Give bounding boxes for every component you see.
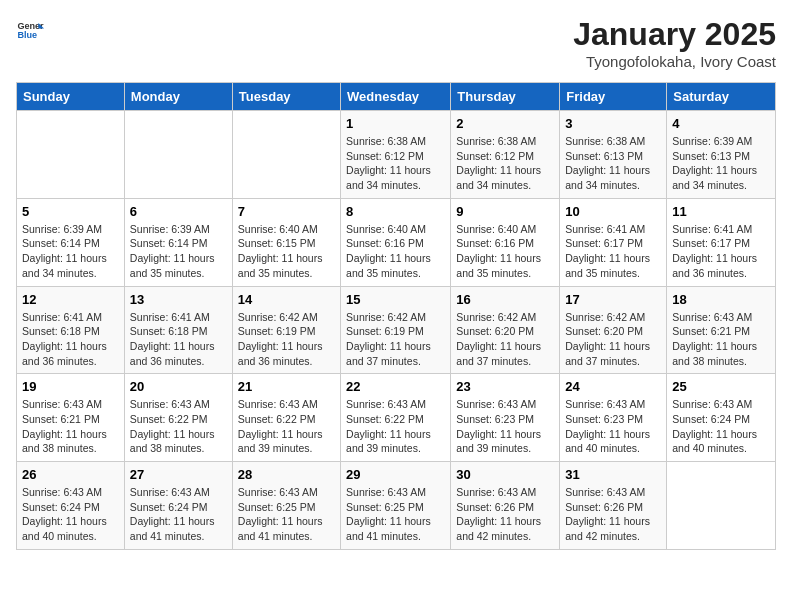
day-number: 3 xyxy=(565,116,661,131)
calendar-cell: 9Sunrise: 6:40 AM Sunset: 6:16 PM Daylig… xyxy=(451,198,560,286)
day-number: 27 xyxy=(130,467,227,482)
calendar-cell: 22Sunrise: 6:43 AM Sunset: 6:22 PM Dayli… xyxy=(341,374,451,462)
calendar-cell: 10Sunrise: 6:41 AM Sunset: 6:17 PM Dayli… xyxy=(560,198,667,286)
calendar-table: SundayMondayTuesdayWednesdayThursdayFrid… xyxy=(16,82,776,550)
day-number: 29 xyxy=(346,467,445,482)
main-title: January 2025 xyxy=(573,16,776,53)
day-number: 21 xyxy=(238,379,335,394)
day-number: 16 xyxy=(456,292,554,307)
calendar-cell: 19Sunrise: 6:43 AM Sunset: 6:21 PM Dayli… xyxy=(17,374,125,462)
calendar-cell xyxy=(667,462,776,550)
day-number: 1 xyxy=(346,116,445,131)
day-number: 2 xyxy=(456,116,554,131)
day-number: 5 xyxy=(22,204,119,219)
day-number: 25 xyxy=(672,379,770,394)
calendar-cell: 11Sunrise: 6:41 AM Sunset: 6:17 PM Dayli… xyxy=(667,198,776,286)
calendar-cell: 2Sunrise: 6:38 AM Sunset: 6:12 PM Daylig… xyxy=(451,111,560,199)
day-number: 31 xyxy=(565,467,661,482)
day-info: Sunrise: 6:43 AM Sunset: 6:22 PM Dayligh… xyxy=(346,397,445,456)
day-info: Sunrise: 6:40 AM Sunset: 6:16 PM Dayligh… xyxy=(346,222,445,281)
calendar-cell xyxy=(17,111,125,199)
day-number: 4 xyxy=(672,116,770,131)
day-number: 22 xyxy=(346,379,445,394)
calendar-row-0: 1Sunrise: 6:38 AM Sunset: 6:12 PM Daylig… xyxy=(17,111,776,199)
day-number: 20 xyxy=(130,379,227,394)
day-info: Sunrise: 6:43 AM Sunset: 6:25 PM Dayligh… xyxy=(346,485,445,544)
day-info: Sunrise: 6:42 AM Sunset: 6:19 PM Dayligh… xyxy=(346,310,445,369)
calendar-cell: 25Sunrise: 6:43 AM Sunset: 6:24 PM Dayli… xyxy=(667,374,776,462)
day-info: Sunrise: 6:43 AM Sunset: 6:23 PM Dayligh… xyxy=(565,397,661,456)
calendar-cell: 4Sunrise: 6:39 AM Sunset: 6:13 PM Daylig… xyxy=(667,111,776,199)
day-info: Sunrise: 6:42 AM Sunset: 6:20 PM Dayligh… xyxy=(456,310,554,369)
col-header-saturday: Saturday xyxy=(667,83,776,111)
calendar-row-2: 12Sunrise: 6:41 AM Sunset: 6:18 PM Dayli… xyxy=(17,286,776,374)
calendar-cell: 28Sunrise: 6:43 AM Sunset: 6:25 PM Dayli… xyxy=(232,462,340,550)
svg-text:Blue: Blue xyxy=(17,30,37,40)
day-info: Sunrise: 6:38 AM Sunset: 6:12 PM Dayligh… xyxy=(346,134,445,193)
calendar-cell: 23Sunrise: 6:43 AM Sunset: 6:23 PM Dayli… xyxy=(451,374,560,462)
day-info: Sunrise: 6:39 AM Sunset: 6:14 PM Dayligh… xyxy=(130,222,227,281)
calendar-cell: 24Sunrise: 6:43 AM Sunset: 6:23 PM Dayli… xyxy=(560,374,667,462)
day-info: Sunrise: 6:43 AM Sunset: 6:26 PM Dayligh… xyxy=(456,485,554,544)
day-info: Sunrise: 6:43 AM Sunset: 6:25 PM Dayligh… xyxy=(238,485,335,544)
day-info: Sunrise: 6:43 AM Sunset: 6:22 PM Dayligh… xyxy=(130,397,227,456)
calendar-cell: 17Sunrise: 6:42 AM Sunset: 6:20 PM Dayli… xyxy=(560,286,667,374)
day-info: Sunrise: 6:43 AM Sunset: 6:24 PM Dayligh… xyxy=(22,485,119,544)
col-header-tuesday: Tuesday xyxy=(232,83,340,111)
col-header-monday: Monday xyxy=(124,83,232,111)
calendar-cell: 18Sunrise: 6:43 AM Sunset: 6:21 PM Dayli… xyxy=(667,286,776,374)
day-info: Sunrise: 6:38 AM Sunset: 6:12 PM Dayligh… xyxy=(456,134,554,193)
calendar-body: 1Sunrise: 6:38 AM Sunset: 6:12 PM Daylig… xyxy=(17,111,776,550)
day-number: 17 xyxy=(565,292,661,307)
calendar-cell: 16Sunrise: 6:42 AM Sunset: 6:20 PM Dayli… xyxy=(451,286,560,374)
calendar-cell: 21Sunrise: 6:43 AM Sunset: 6:22 PM Dayli… xyxy=(232,374,340,462)
calendar-cell: 29Sunrise: 6:43 AM Sunset: 6:25 PM Dayli… xyxy=(341,462,451,550)
day-number: 24 xyxy=(565,379,661,394)
day-number: 7 xyxy=(238,204,335,219)
calendar-cell: 15Sunrise: 6:42 AM Sunset: 6:19 PM Dayli… xyxy=(341,286,451,374)
calendar-cell xyxy=(124,111,232,199)
day-number: 8 xyxy=(346,204,445,219)
day-number: 15 xyxy=(346,292,445,307)
day-number: 14 xyxy=(238,292,335,307)
day-info: Sunrise: 6:43 AM Sunset: 6:24 PM Dayligh… xyxy=(672,397,770,456)
day-info: Sunrise: 6:41 AM Sunset: 6:17 PM Dayligh… xyxy=(565,222,661,281)
calendar-cell: 20Sunrise: 6:43 AM Sunset: 6:22 PM Dayli… xyxy=(124,374,232,462)
calendar-cell: 13Sunrise: 6:41 AM Sunset: 6:18 PM Dayli… xyxy=(124,286,232,374)
day-number: 6 xyxy=(130,204,227,219)
day-info: Sunrise: 6:43 AM Sunset: 6:26 PM Dayligh… xyxy=(565,485,661,544)
title-block: January 2025 Tyongofolokaha, Ivory Coast xyxy=(573,16,776,70)
day-info: Sunrise: 6:43 AM Sunset: 6:21 PM Dayligh… xyxy=(22,397,119,456)
day-info: Sunrise: 6:43 AM Sunset: 6:22 PM Dayligh… xyxy=(238,397,335,456)
day-info: Sunrise: 6:42 AM Sunset: 6:20 PM Dayligh… xyxy=(565,310,661,369)
day-info: Sunrise: 6:43 AM Sunset: 6:21 PM Dayligh… xyxy=(672,310,770,369)
day-info: Sunrise: 6:42 AM Sunset: 6:19 PM Dayligh… xyxy=(238,310,335,369)
day-info: Sunrise: 6:41 AM Sunset: 6:18 PM Dayligh… xyxy=(22,310,119,369)
calendar-header-row: SundayMondayTuesdayWednesdayThursdayFrid… xyxy=(17,83,776,111)
logo-icon: General Blue xyxy=(16,16,44,44)
calendar-cell: 12Sunrise: 6:41 AM Sunset: 6:18 PM Dayli… xyxy=(17,286,125,374)
subtitle: Tyongofolokaha, Ivory Coast xyxy=(573,53,776,70)
day-info: Sunrise: 6:39 AM Sunset: 6:14 PM Dayligh… xyxy=(22,222,119,281)
day-info: Sunrise: 6:41 AM Sunset: 6:18 PM Dayligh… xyxy=(130,310,227,369)
calendar-cell: 27Sunrise: 6:43 AM Sunset: 6:24 PM Dayli… xyxy=(124,462,232,550)
day-info: Sunrise: 6:41 AM Sunset: 6:17 PM Dayligh… xyxy=(672,222,770,281)
calendar-cell: 26Sunrise: 6:43 AM Sunset: 6:24 PM Dayli… xyxy=(17,462,125,550)
day-number: 12 xyxy=(22,292,119,307)
col-header-sunday: Sunday xyxy=(17,83,125,111)
calendar-cell: 7Sunrise: 6:40 AM Sunset: 6:15 PM Daylig… xyxy=(232,198,340,286)
calendar-cell: 8Sunrise: 6:40 AM Sunset: 6:16 PM Daylig… xyxy=(341,198,451,286)
col-header-wednesday: Wednesday xyxy=(341,83,451,111)
day-number: 9 xyxy=(456,204,554,219)
day-number: 11 xyxy=(672,204,770,219)
calendar-cell: 1Sunrise: 6:38 AM Sunset: 6:12 PM Daylig… xyxy=(341,111,451,199)
calendar-cell: 6Sunrise: 6:39 AM Sunset: 6:14 PM Daylig… xyxy=(124,198,232,286)
calendar-row-1: 5Sunrise: 6:39 AM Sunset: 6:14 PM Daylig… xyxy=(17,198,776,286)
calendar-cell: 30Sunrise: 6:43 AM Sunset: 6:26 PM Dayli… xyxy=(451,462,560,550)
calendar-cell: 5Sunrise: 6:39 AM Sunset: 6:14 PM Daylig… xyxy=(17,198,125,286)
page-header: General Blue January 2025 Tyongofolokaha… xyxy=(16,16,776,70)
day-number: 30 xyxy=(456,467,554,482)
calendar-cell: 3Sunrise: 6:38 AM Sunset: 6:13 PM Daylig… xyxy=(560,111,667,199)
day-info: Sunrise: 6:40 AM Sunset: 6:16 PM Dayligh… xyxy=(456,222,554,281)
day-info: Sunrise: 6:38 AM Sunset: 6:13 PM Dayligh… xyxy=(565,134,661,193)
